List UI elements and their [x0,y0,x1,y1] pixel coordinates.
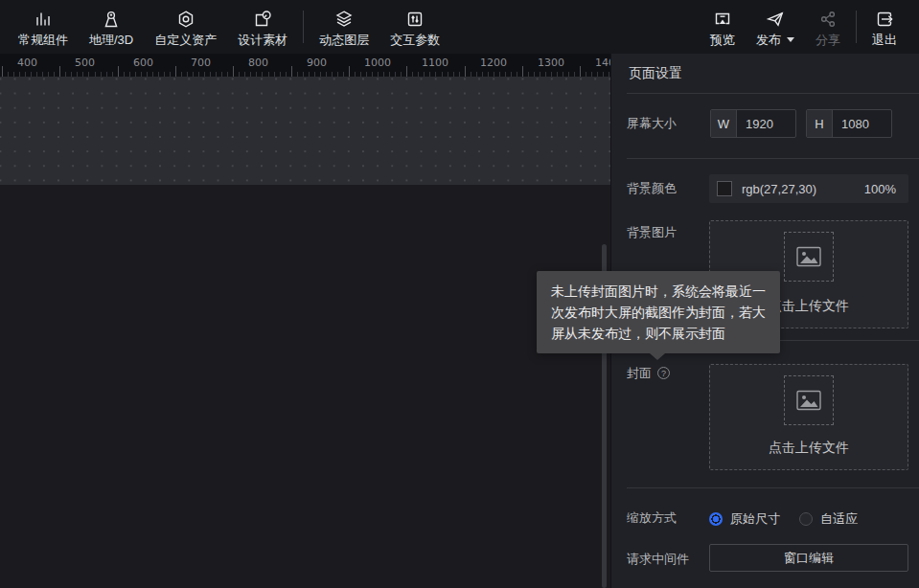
toolbar-item-label: 动态图层 [319,34,369,46]
toolbar-item-common-components[interactable]: 常规组件 [8,0,79,54]
logout-icon [874,9,895,30]
window-edit-button[interactable]: 窗口编辑 [709,544,908,572]
layers-icon [333,9,355,30]
cover-label: 封面 [627,367,652,379]
radio-label: 自适应 [820,510,858,528]
ruler-label: 1000 [364,57,391,68]
toolbar-item-label: 常规组件 [18,34,68,46]
toolbar-item-dynamic-layers[interactable]: 动态图层 [309,0,379,54]
publish-caret-icon [787,37,794,42]
artboard-grid[interactable] [0,77,610,185]
toolbar-item-geo-3d[interactable]: 地理/3D [79,0,144,54]
toolbar-item-label: 退出 [872,34,897,46]
horizontal-ruler: 400 500 600 700 800 900 1000 1100 1200 1… [0,54,610,77]
request-middleware-label: 请求中间件 [627,553,689,565]
toolbar-right-group: 预览 发布 分享 [700,0,919,54]
toolbar-divider [856,11,857,43]
ruler-label: 600 [133,57,153,68]
radio-selected-icon [709,512,723,526]
publish-button[interactable]: 发布 [746,0,805,54]
ruler-label: 500 [75,57,95,68]
ruler-label: 1300 [538,57,564,68]
toolbar-item-interaction-params[interactable]: 交互参数 [379,0,450,54]
preview-screen-icon [712,9,733,30]
height-prefix: H [807,110,833,137]
paper-plane-icon [765,9,786,30]
color-opacity: 100% [864,182,896,196]
image-icon [795,245,822,268]
toolbar-left-group: 常规组件 地理/3D 自定义资产 设计素材 [0,0,450,54]
cover-label-row: 封面 ? [627,367,670,379]
color-swatch [717,181,732,196]
scale-mode-options: 原始尺寸 自适应 [709,510,858,528]
radio-original-size[interactable]: 原始尺寸 [709,510,780,528]
radio-auto-fit[interactable]: 自适应 [799,510,858,528]
preview-button[interactable]: 预览 [700,0,746,54]
ruler-label: 900 [307,57,327,68]
panel-divider [627,487,919,488]
ruler-label: 1200 [480,57,507,68]
scale-mode-label: 缩放方式 [627,511,677,524]
radio-label: 原始尺寸 [730,510,780,528]
ruler-label: 400 [17,57,37,68]
shapes-icon [252,9,273,30]
background-color-picker[interactable]: rgb(27,27,30) 100% [709,174,908,203]
height-field-group: H [806,109,892,138]
ruler-label: 1400 [595,57,610,68]
background-color-label: 背景颜色 [627,182,677,194]
panel-divider [627,158,919,159]
share-button[interactable]: 分享 [805,0,851,54]
width-field-group: W [710,109,796,138]
hexagon-icon [175,9,196,30]
bar-chart-icon [33,9,54,30]
toolbar-item-custom-assets[interactable]: 自定义资产 [144,0,227,54]
top-toolbar: 常规组件 地理/3D 自定义资产 设计素材 [0,0,919,54]
ruler-label: 800 [248,57,268,68]
screen-size-label: 屏幕大小 [627,117,677,129]
help-icon[interactable]: ? [657,367,670,379]
editor-window: 常规组件 地理/3D 自定义资产 设计素材 [0,0,919,588]
toolbar-item-label: 自定义资产 [154,34,217,46]
upload-hint: 点击上传文件 [710,440,908,457]
share-nodes-icon [817,9,839,30]
sliders-icon [404,9,425,30]
canvas-area [0,77,610,588]
cover-upload[interactable]: 点击上传文件 [709,364,908,470]
cover-help-tooltip: 未上传封面图片时，系统会将最近一次发布时大屏的截图作为封面，若大屏从未发布过，则… [537,271,780,353]
toolbar-item-label: 预览 [710,34,735,46]
background-image-label: 背景图片 [627,226,677,238]
panel-divider [627,93,919,94]
toolbar-item-design-materials[interactable]: 设计素材 [227,0,298,54]
toolbar-item-label: 地理/3D [89,34,133,46]
toolbar-divider [303,11,304,43]
panel-title: 页面设置 [629,65,682,82]
toolbar-item-label: 发布 [756,34,781,46]
height-input[interactable] [833,110,891,137]
width-input[interactable] [737,110,795,137]
toolbar-item-label: 分享 [816,34,840,46]
map-pin-icon [101,9,122,30]
ruler-label: 700 [191,57,211,68]
radio-unselected-icon [799,512,813,526]
color-value: rgb(27,27,30) [742,182,864,196]
width-prefix: W [711,110,737,137]
exit-button[interactable]: 退出 [862,0,908,54]
toolbar-item-label: 设计素材 [238,34,287,46]
image-icon [795,389,822,412]
toolbar-item-label: 交互参数 [390,34,440,46]
ruler-label: 1100 [422,57,448,68]
